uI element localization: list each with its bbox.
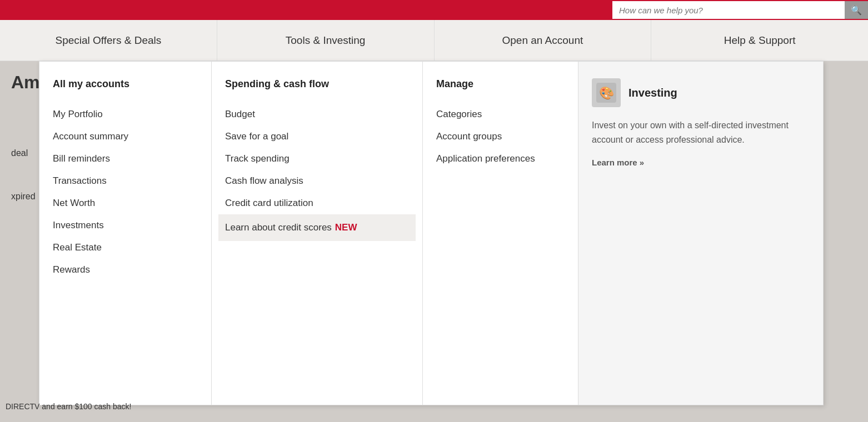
nav-item-tools-investing[interactable]: Tools & Investing <box>217 20 435 61</box>
top-bar: 🔍 <box>0 0 868 20</box>
col3-header: Manage <box>436 78 565 90</box>
link-my-portfolio[interactable]: My Portfolio <box>53 103 198 125</box>
page-background: Ame deal xpired All my accounts My Portf… <box>0 61 868 422</box>
svg-text:🎨: 🎨 <box>599 86 615 101</box>
link-categories[interactable]: Categories <box>436 103 565 125</box>
link-track-spending[interactable]: Track spending <box>225 148 409 170</box>
dropdown-col-accounts: All my accounts My Portfolio Account sum… <box>39 62 212 405</box>
nav-label-tools-investing: Tools & Investing <box>286 34 366 47</box>
link-transactions[interactable]: Transactions <box>53 170 198 192</box>
link-account-summary[interactable]: Account summary <box>53 125 198 148</box>
search-container: 🔍 <box>612 1 868 19</box>
dropdown-menu: All my accounts My Portfolio Account sum… <box>39 61 824 405</box>
link-budget[interactable]: Budget <box>225 103 409 125</box>
investing-description: Invest on your own with a self-directed … <box>592 118 810 147</box>
dropdown-col-manage: Manage Categories Account groups Applica… <box>423 62 578 405</box>
link-application-preferences[interactable]: Application preferences <box>436 148 565 170</box>
investing-title: Investing <box>628 87 677 99</box>
link-net-worth[interactable]: Net Worth <box>53 192 198 214</box>
nav-label-open-account: Open an Account <box>502 34 583 47</box>
link-learn-credit-scores[interactable]: Learn about credit scoresNEW <box>218 214 416 241</box>
link-investments[interactable]: Investments <box>53 214 198 237</box>
bottom-promo-text: DIRECTV and earn $100 cash back! <box>0 396 137 416</box>
link-bill-reminders[interactable]: Bill reminders <box>53 148 198 170</box>
nav-label-special-offers: Special Offers & Deals <box>55 34 161 47</box>
learn-credit-scores-text: Learn about credit scores <box>225 222 332 233</box>
search-input[interactable] <box>612 1 845 19</box>
investing-icon: 🎨 <box>592 78 621 107</box>
link-rewards[interactable]: Rewards <box>53 259 198 281</box>
nav-label-help-support: Help & Support <box>724 34 796 47</box>
link-real-estate[interactable]: Real Estate <box>53 237 198 259</box>
search-button[interactable]: 🔍 <box>845 1 868 19</box>
investing-header: 🎨 Investing <box>592 78 810 107</box>
nav-item-open-account[interactable]: Open an Account <box>435 20 652 61</box>
link-account-groups[interactable]: Account groups <box>436 125 565 148</box>
dropdown-col-investing: 🎨 Investing Invest on your own with a se… <box>578 62 823 405</box>
learn-more-link[interactable]: Learn more » <box>592 158 644 167</box>
main-navigation: Special Offers & Deals Tools & Investing… <box>0 20 868 61</box>
nav-item-special-offers[interactable]: Special Offers & Deals <box>0 20 217 61</box>
link-save-for-goal[interactable]: Save for a goal <box>225 125 409 148</box>
col1-header: All my accounts <box>53 78 198 90</box>
link-credit-card-utilization[interactable]: Credit card utilization <box>225 192 409 214</box>
dropdown-col-spending: Spending & cash flow Budget Save for a g… <box>212 62 423 405</box>
col2-header: Spending & cash flow <box>225 78 409 90</box>
link-cash-flow-analysis[interactable]: Cash flow analysis <box>225 170 409 192</box>
nav-item-help-support[interactable]: Help & Support <box>651 20 868 61</box>
new-badge: NEW <box>335 222 357 233</box>
